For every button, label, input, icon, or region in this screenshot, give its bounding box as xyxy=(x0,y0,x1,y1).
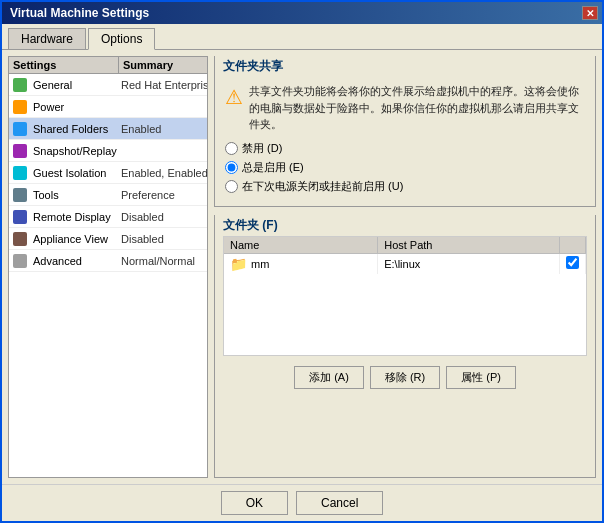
power-icon xyxy=(11,98,29,116)
enabled-checkbox[interactable] xyxy=(566,256,579,269)
radio-group: 禁用 (D) 总是启用 (E) 在下次电源关闭或挂起前启用 (U) xyxy=(225,141,585,194)
shared-folders-icon xyxy=(11,120,29,138)
tools-icon xyxy=(11,186,29,204)
snapshot-label: Snapshot/Replay xyxy=(31,145,119,157)
remove-button[interactable]: 移除 (R) xyxy=(370,366,440,389)
settings-row-appliance-view[interactable]: Appliance View Disabled xyxy=(9,228,207,250)
bottom-bar: OK Cancel xyxy=(2,484,602,521)
radio-disabled-input[interactable] xyxy=(225,142,238,155)
title-bar: Virtual Machine Settings ✕ xyxy=(2,2,602,24)
table-cell-host-path: E:\linux xyxy=(378,253,560,274)
settings-row-shared-folders[interactable]: Shared Folders Enabled xyxy=(9,118,207,140)
main-content: Settings Summary General Red Hat Enterpr… xyxy=(2,50,602,484)
shared-folders-summary: Enabled xyxy=(119,123,207,135)
settings-row-advanced[interactable]: Advanced Normal/Normal xyxy=(9,250,207,272)
guest-isolation-label: Guest Isolation xyxy=(31,167,119,179)
files-group: 文件夹 (F) Name Host Path xyxy=(214,215,596,479)
settings-row-tools[interactable]: Tools Preference xyxy=(9,184,207,206)
window-title: Virtual Machine Settings xyxy=(6,6,149,20)
table-cell-name: 📁 mm xyxy=(224,253,378,274)
col-name-header: Name xyxy=(224,237,378,254)
general-icon xyxy=(11,76,29,94)
appliance-view-icon xyxy=(11,230,29,248)
file-sharing-content: ⚠ 共享文件夹功能将会将你的文件展示给虚拟机中的程序。这将会使你的电脑与数据处于… xyxy=(215,77,595,206)
tools-label: Tools xyxy=(31,189,119,201)
radio-always-enabled-label: 总是启用 (E) xyxy=(242,160,304,175)
properties-button[interactable]: 属性 (P) xyxy=(446,366,516,389)
remote-display-summary: Disabled xyxy=(119,211,207,223)
ok-button[interactable]: OK xyxy=(221,491,288,515)
settings-panel: Settings Summary General Red Hat Enterpr… xyxy=(8,56,208,478)
settings-row-power[interactable]: Power xyxy=(9,96,207,118)
settings-row-remote-display[interactable]: Remote Display Disabled xyxy=(9,206,207,228)
table-row[interactable]: 📁 mm E:\linux xyxy=(224,253,586,274)
remote-display-label: Remote Display xyxy=(31,211,119,223)
tools-summary: Preference xyxy=(119,189,207,201)
shared-folders-label: Shared Folders xyxy=(31,123,119,135)
guest-isolation-summary: Enabled, Enabled xyxy=(119,167,207,179)
file-sharing-group: 文件夹共享 ⚠ 共享文件夹功能将会将你的文件展示给虚拟机中的程序。这将会使你的电… xyxy=(214,56,596,207)
files-group-title: 文件夹 (F) xyxy=(215,215,595,236)
file-table-container[interactable]: Name Host Path 📁 mm xyxy=(223,236,587,356)
settings-row-general[interactable]: General Red Hat Enterprise Linux 4 (3) xyxy=(9,74,207,96)
warning-icon: ⚠ xyxy=(225,85,243,133)
folder-icon: 📁 xyxy=(230,256,247,272)
col-enabled-header xyxy=(560,237,586,254)
advanced-label: Advanced xyxy=(31,255,119,267)
table-header-row: Name Host Path xyxy=(224,237,586,254)
general-summary: Red Hat Enterprise Linux 4 (3) xyxy=(119,79,207,91)
col-header-summary: Summary xyxy=(119,57,207,73)
sharing-description-area: ⚠ 共享文件夹功能将会将你的文件展示给虚拟机中的程序。这将会使你的电脑与数据处于… xyxy=(225,83,585,133)
guest-isolation-icon xyxy=(11,164,29,182)
close-button[interactable]: ✕ xyxy=(582,6,598,20)
settings-row-guest-isolation[interactable]: Guest Isolation Enabled, Enabled xyxy=(9,162,207,184)
appliance-view-summary: Disabled xyxy=(119,233,207,245)
tab-bar: Hardware Options xyxy=(2,24,602,50)
table-cell-enabled[interactable] xyxy=(560,253,586,274)
file-table: Name Host Path 📁 mm xyxy=(224,237,586,274)
file-action-buttons: 添加 (A) 移除 (R) 属性 (P) xyxy=(215,362,595,393)
snapshot-icon xyxy=(11,142,29,160)
power-label: Power xyxy=(31,101,119,113)
radio-disabled-label: 禁用 (D) xyxy=(242,141,282,156)
settings-header: Settings Summary xyxy=(9,57,207,74)
general-label: General xyxy=(31,79,119,91)
cancel-button[interactable]: Cancel xyxy=(296,491,383,515)
virtual-machine-settings-window: Virtual Machine Settings ✕ Hardware Opti… xyxy=(0,0,604,523)
file-sharing-title: 文件夹共享 xyxy=(215,56,595,77)
settings-row-snapshot[interactable]: Snapshot/Replay xyxy=(9,140,207,162)
sharing-text: 共享文件夹功能将会将你的文件展示给虚拟机中的程序。这将会使你的电脑与数据处于险路… xyxy=(249,83,585,133)
col-host-path-header: Host Path xyxy=(378,237,560,254)
right-panel: 文件夹共享 ⚠ 共享文件夹功能将会将你的文件展示给虚拟机中的程序。这将会使你的电… xyxy=(214,56,596,478)
advanced-icon xyxy=(11,252,29,270)
remote-display-icon xyxy=(11,208,29,226)
radio-always-enabled-input[interactable] xyxy=(225,161,238,174)
appliance-view-label: Appliance View xyxy=(31,233,119,245)
advanced-summary: Normal/Normal xyxy=(119,255,207,267)
file-name: mm xyxy=(251,258,269,270)
radio-until-poweroff-input[interactable] xyxy=(225,180,238,193)
add-button[interactable]: 添加 (A) xyxy=(294,366,364,389)
tab-hardware[interactable]: Hardware xyxy=(8,28,86,49)
col-header-setting: Settings xyxy=(9,57,119,73)
radio-until-poweroff-label: 在下次电源关闭或挂起前启用 (U) xyxy=(242,179,403,194)
radio-until-poweroff[interactable]: 在下次电源关闭或挂起前启用 (U) xyxy=(225,179,585,194)
radio-always-enabled[interactable]: 总是启用 (E) xyxy=(225,160,585,175)
radio-disabled[interactable]: 禁用 (D) xyxy=(225,141,585,156)
tab-options[interactable]: Options xyxy=(88,28,155,50)
